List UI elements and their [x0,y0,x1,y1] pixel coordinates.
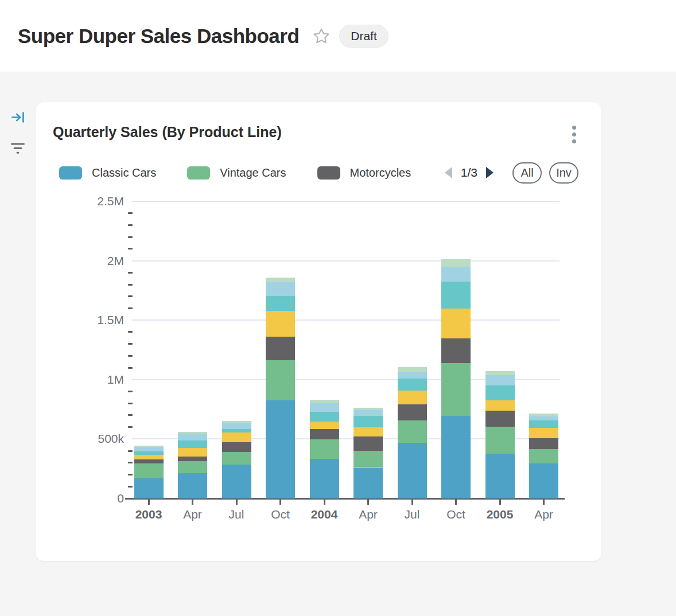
bar-segment[interactable] [222,465,251,498]
bar-segment[interactable] [134,478,164,498]
y-axis-minor-tick [128,486,133,488]
bar-segment[interactable] [485,400,515,411]
x-axis-tick [236,500,238,505]
status-badge[interactable]: Draft [339,25,388,48]
bar-segment[interactable] [178,448,207,457]
bar-segment[interactable] [398,443,427,498]
bar-segment[interactable] [441,282,471,309]
bar-segment[interactable] [353,416,383,427]
bar-segment[interactable] [353,436,383,451]
app-header: Super Duper Sales Dashboard Draft [0,0,676,72]
x-axis-tick [148,500,150,505]
bar-segment[interactable] [485,371,515,375]
y-axis-label: 2.5M [36,194,124,208]
bar-segment[interactable] [310,422,339,429]
bar-segment[interactable] [266,282,295,296]
bar-segment[interactable] [485,385,515,400]
bar-segment[interactable] [353,408,383,410]
bar-segment[interactable] [441,338,471,363]
legend-prev-button[interactable] [445,167,452,178]
bar-segment[interactable] [266,296,295,311]
bar-segment[interactable] [222,452,251,465]
bar-segment[interactable] [398,367,427,372]
y-axis-minor-tick [128,295,133,297]
y-axis-label: 1M [36,373,124,387]
legend-all-button[interactable]: All [512,162,542,184]
bar-segment[interactable] [310,400,339,404]
y-axis-minor-tick [128,248,133,249]
bar-segment[interactable] [529,463,558,498]
y-axis-minor-tick [128,367,133,369]
y-axis-minor-tick [128,284,133,286]
bar-segment[interactable] [266,360,295,400]
bar-segment[interactable] [441,259,471,267]
bar-segment[interactable] [222,442,251,452]
bar-segment[interactable] [398,420,427,443]
bar-segment[interactable] [398,404,427,420]
x-axis-tick [192,500,193,505]
favorite-star-icon[interactable] [312,27,331,45]
bar-segment[interactable] [178,432,207,434]
filter-button[interactable] [10,140,26,156]
legend-item-motorcycles[interactable]: Motorcycles [317,166,411,180]
legend-item-vintage-cars[interactable]: Vintage Cars [187,166,286,180]
bar-segment[interactable] [485,454,515,498]
bar-segment[interactable] [398,372,427,379]
bar-segment[interactable] [485,375,515,386]
expand-panel-button[interactable] [10,109,26,125]
bar-segment[interactable] [310,429,339,439]
bar-segment[interactable] [134,451,164,455]
y-axis-minor-tick [128,355,133,357]
bar-segment[interactable] [485,427,515,454]
bar-segment[interactable] [398,391,427,404]
bar-segment[interactable] [222,429,251,432]
bar-segment[interactable] [134,446,164,447]
bar-segment[interactable] [529,449,558,463]
bar-segment[interactable] [529,416,558,420]
bar-segment[interactable] [441,416,471,498]
legend-invert-button[interactable]: Inv [549,162,578,184]
bar-segment[interactable] [529,414,558,416]
kebab-menu-button[interactable] [569,124,580,145]
y-axis-label: 1.5M [36,313,124,327]
bar-segment[interactable] [441,309,471,338]
bar-segment[interactable] [529,420,558,428]
bar-segment[interactable] [134,463,164,478]
bar-segment[interactable] [485,411,515,427]
bar-segment[interactable] [178,457,207,461]
y-axis-minor-tick [128,343,133,345]
legend-next-button[interactable] [486,167,494,178]
bar-segment[interactable] [441,267,471,282]
bar-segment[interactable] [178,434,207,440]
bar-segment[interactable] [178,473,207,498]
bar-segment[interactable] [178,461,207,473]
bar-segment[interactable] [266,311,295,337]
bar-segment[interactable] [266,400,295,498]
bar-segment[interactable] [310,403,339,412]
y-axis-label: 0 [36,492,124,505]
bar-segment[interactable] [222,432,251,442]
x-axis-label: Apr [345,508,391,521]
bar-segment[interactable] [353,467,383,498]
bar-segment[interactable] [134,447,164,451]
bar-segment[interactable] [134,459,164,463]
bar-segment[interactable] [529,428,558,438]
bar-segment[interactable] [222,421,251,423]
legend-item-classic-cars[interactable]: Classic Cars [59,166,156,180]
y-axis-minor-tick [128,474,133,475]
bar-segment[interactable] [178,440,207,448]
bar-segment[interactable] [310,412,339,422]
bar-segment[interactable] [266,337,295,360]
bar-segment[interactable] [441,363,471,416]
bar-segment[interactable] [529,438,558,449]
bar-segment[interactable] [222,423,251,429]
bar-segment[interactable] [310,439,339,458]
bar-segment[interactable] [353,427,383,437]
bar-segment[interactable] [134,455,164,459]
bar-segment[interactable] [353,410,383,416]
bar-segment[interactable] [398,379,427,391]
bar-segment[interactable] [266,278,295,282]
bar-segment[interactable] [353,451,383,467]
y-axis-minor-tick [128,236,133,238]
bar-segment[interactable] [310,459,339,498]
